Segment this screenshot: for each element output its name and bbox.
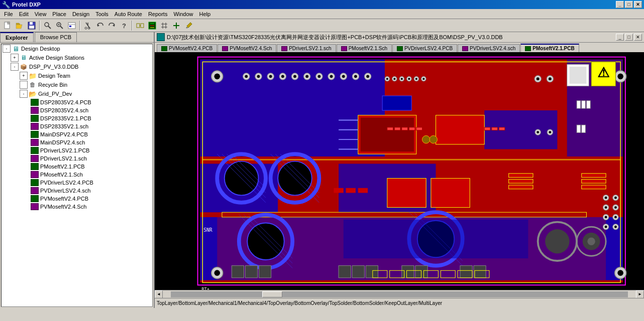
tree-item-dsp28335v2-pcb[interactable]: DSP28335V2.1.PCB [2,114,152,122]
scroll-right-button[interactable]: ► [636,290,644,298]
zoom-button[interactable] [54,20,65,31]
scroll-track[interactable] [171,291,628,297]
pcb-btn[interactable] [147,20,158,31]
tree-item-active-stations[interactable]: + 🖥 Active Design Stations [2,53,152,62]
tree-item-maindspv24-sch[interactable]: MainDSPV2.4.sch [2,138,152,146]
pencil-btn[interactable] [183,20,194,31]
expand-design-desktop[interactable]: - [3,45,11,53]
menu-autoroute[interactable]: Auto Route [112,10,145,18]
title-bar: 🔧 Protel DXP _ □ ✕ [0,0,644,9]
new-button[interactable] [2,20,13,31]
file-minimize-button[interactable]: _ [616,34,624,41]
tab-pvdriverlsv24-pcb[interactable]: PVDriverLSV2.4.PCB [392,44,457,52]
open-button[interactable] [14,20,25,31]
svg-rect-126 [499,127,505,130]
tree-item-pdriverlsv21-pcb[interactable]: PDriverLSV2.1.PCB [2,146,152,154]
tree-item-design-desktop[interactable]: - 🖥 Design Desktop [2,44,152,53]
scroll-left-button[interactable]: ◄ [155,290,163,298]
minimize-button[interactable]: _ [616,1,624,8]
tree-item-maindspv24-pcb[interactable]: MainDSPV2.4.PCB [2,130,152,138]
svg-point-182 [605,226,607,228]
title-bar-left: 🔧 Protel DXP [2,1,41,9]
tab-pvdriverlsv24-sch[interactable]: PVDriverLSV2.4.sch [458,44,520,52]
tree-item-pvmoseftv24-sch[interactable]: PVMoseftV2.4.Sch [2,203,152,211]
expand-design-team[interactable]: + [20,72,28,80]
expand-recycle-bin[interactable] [20,81,28,89]
menu-file[interactable]: File [1,10,16,18]
tree-item-dsp28335v2-sch[interactable]: DSP28335V2.1.sch [2,122,152,130]
tree-item-grid-pv-dev[interactable]: - 📂 Grid_PV_Dev [2,89,152,98]
file-maximize-button[interactable]: □ [625,34,633,41]
svg-point-159 [549,77,552,80]
tree-item-dsp28035v2-sch[interactable]: DSP28035V2.4.sch [2,106,152,114]
tree-item-dsp-ddb[interactable]: - 📦 DSP_PV_V3.0.DDB [2,62,152,71]
tree-item-design-team[interactable]: + 📁 Design Team [2,71,152,80]
menu-view[interactable]: View [32,10,50,18]
tree-item-pmoseftv21-sch[interactable]: PMoseftV2.1.Sch [2,171,152,179]
tab-explorer[interactable]: Explorer [0,32,34,42]
file-close-button[interactable]: ✕ [634,34,642,41]
recycle-icon: 🗑 [29,81,37,89]
svg-rect-120 [394,127,400,130]
svg-rect-124 [484,127,490,130]
tree-item-pvdriverlsv24-pcb[interactable]: PVDriverLSV2.4.PCB [2,179,152,187]
svg-rect-114 [366,266,378,278]
expand-active-stations[interactable]: + [11,54,19,62]
pdriverlsv21-sch-label: PDriverLSV2.1.sch [40,155,87,162]
expand-grid-pv-dev[interactable]: - [20,90,28,98]
svg-rect-195 [334,188,343,193]
svg-point-194 [430,135,437,143]
tree-item-pmoseftv21-pcb[interactable]: PMoseftV2.1.PCB [2,163,152,171]
menu-design[interactable]: Design [69,10,92,18]
tab-sch-icon-3 [341,46,347,51]
menu-window[interactable]: Window [170,10,196,18]
tab-pvmoseft24-sch[interactable]: PVMoseftV2.4.Sch [218,44,276,52]
expand-dsp-ddb[interactable]: - [11,63,19,71]
maindspv24-pcb-label: MainDSPV2.4.PCB [40,131,88,137]
tab-pvmoseft24-pcb[interactable]: PVMoseftV2.4.PCB [157,44,217,52]
tab-pdriverlsv24-sch[interactable]: PDriverLSV2.1.sch [277,44,336,52]
tree-item-pvmoseftv24-pcb[interactable]: PVMoseftV2.4.PCB [2,195,152,203]
search-button[interactable] [42,20,53,31]
svg-point-64 [269,75,272,78]
svg-point-132 [401,78,403,80]
hash-btn[interactable] [159,20,170,31]
title-bar-controls: _ □ ✕ [616,1,642,8]
undo-button[interactable] [94,20,105,31]
pcb-canvas[interactable]: ⚠ [155,52,644,290]
svg-point-80 [366,75,369,78]
add-btn[interactable] [171,20,182,31]
cut-button[interactable] [82,20,93,31]
h-scrollbar[interactable]: ◄ ► [155,290,644,298]
close-button[interactable]: ✕ [634,1,642,8]
tab-browse-pcb[interactable]: Browse PCB [35,32,77,42]
menu-help[interactable]: Help [196,10,214,18]
save-button[interactable] [26,20,37,31]
redo-button[interactable] [106,20,118,31]
tab-pmoseftv21-pcb[interactable]: PMoseftV2.1.PCB [520,44,579,52]
desktop-icon: 🖥 [12,45,20,53]
menu-place[interactable]: Place [49,10,69,18]
tree-item-dsp28035v2-pcb[interactable]: DSP28035V2.4.PCB [2,98,152,106]
menu-reports[interactable]: Reports [145,10,171,18]
tab-pmoseftv21-sch[interactable]: PMoseftV2.1.Sch [337,44,392,52]
svg-rect-148 [509,174,533,178]
pmoseftv21-pcb-label: PMoseftV2.1.PCB [40,164,85,170]
tree-container[interactable]: - 🖥 Design Desktop + 🖥 Active Design Sta… [1,44,153,307]
help-button[interactable]: ? [119,20,130,31]
svg-rect-118 [474,266,486,278]
tree-item-recycle-bin[interactable]: 🗑 Recycle Bin [2,80,152,89]
browse-button[interactable] [66,20,77,31]
tree-item-pdriverlsv21-sch[interactable]: PDriverLSV2.1.sch [2,154,152,163]
menu-edit[interactable]: Edit [16,10,32,18]
tree-item-pvdriverlsv24-sch[interactable]: PVDriverLSV2.4.sch [2,187,152,195]
pcb-icon-6 [31,179,39,186]
scroll-thumb[interactable] [262,291,282,297]
pvmoseftv24-pcb-label: PVMoseftV2.4.PCB [40,196,88,202]
tab-sch-icon-1 [222,46,228,51]
maximize-button[interactable]: □ [625,1,633,8]
svg-rect-149 [509,179,533,183]
menu-tools[interactable]: Tools [92,10,112,18]
svg-point-52 [214,74,220,80]
place-wire-button[interactable] [135,20,146,31]
